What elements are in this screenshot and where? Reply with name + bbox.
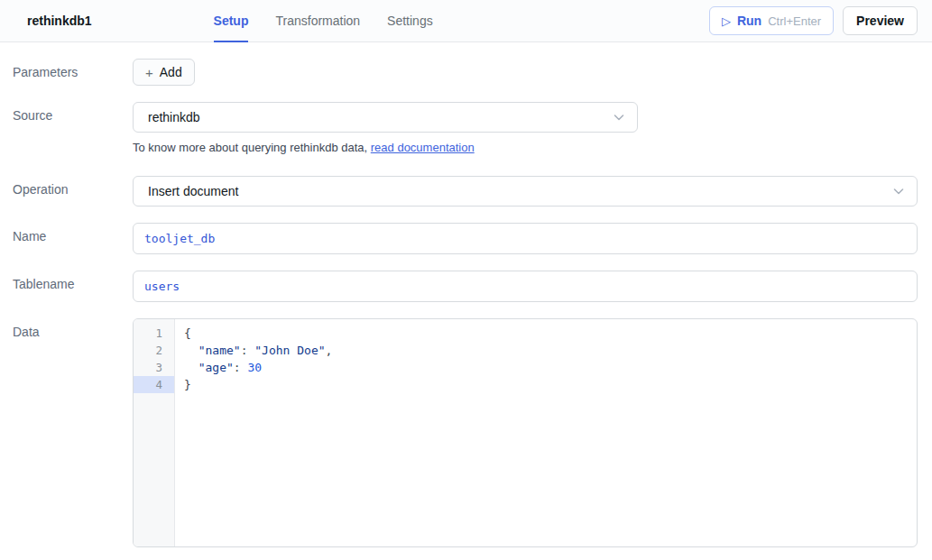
name-label: Name: [0, 223, 133, 254]
data-code-editor[interactable]: 1234 { "name": "John Doe", "age": 30}: [133, 318, 918, 547]
name-input[interactable]: [133, 223, 918, 254]
run-button[interactable]: ▷ Run Ctrl+Enter: [709, 6, 834, 35]
tab-setup[interactable]: Setup: [214, 0, 249, 42]
code-token-punct: :: [234, 361, 248, 374]
chevron-down-icon: [612, 110, 626, 124]
source-label: Source: [0, 102, 133, 154]
tablename-label: Tablename: [0, 271, 133, 302]
source-helper-text: To know more about querying rethinkdb da…: [133, 141, 918, 154]
read-documentation-link[interactable]: read documentation: [371, 141, 475, 154]
parameters-label: Parameters: [0, 59, 133, 86]
header-actions: ▷ Run Ctrl+Enter Preview: [709, 6, 918, 35]
code-line[interactable]: "age": 30: [184, 359, 908, 376]
plus-icon: +: [145, 66, 153, 79]
code-token-brace: }: [184, 378, 191, 391]
code-token-brace: {: [184, 326, 191, 340]
operation-select[interactable]: Insert document: [133, 176, 918, 207]
query-title: rethinkdb1: [27, 14, 92, 28]
code-token-number: 30: [247, 361, 262, 374]
preview-button[interactable]: Preview: [843, 6, 918, 35]
code-token-punct: ,: [326, 344, 333, 357]
line-number: 1: [134, 325, 174, 342]
tablename-row: Tablename: [0, 271, 918, 302]
tab-transformation[interactable]: Transformation: [275, 0, 360, 42]
code-line[interactable]: "name": "John Doe",: [184, 342, 908, 359]
query-editor-header: rethinkdb1 Setup Transformation Settings…: [0, 0, 932, 42]
line-number: 3: [134, 359, 174, 376]
tab-bar: Setup Transformation Settings: [214, 0, 433, 42]
source-row: Source rethinkdb To know more about quer…: [0, 102, 918, 154]
line-number: 2: [134, 342, 174, 359]
helper-prefix: To know more about querying rethinkdb da…: [133, 141, 371, 154]
line-number: 4: [134, 376, 174, 393]
code-token-key: "name": [184, 344, 241, 357]
source-select-value: rethinkdb: [148, 110, 612, 124]
query-setup-panel: Parameters + Add Source rethinkdb To kno…: [0, 42, 932, 547]
run-shortcut: Ctrl+Enter: [768, 14, 821, 28]
code-token-key: "age": [184, 361, 234, 374]
data-row: Data 1234 { "name": "John Doe", "age": 3…: [0, 318, 918, 547]
operation-label: Operation: [0, 176, 133, 207]
source-select[interactable]: rethinkdb: [133, 102, 638, 133]
code-gutter: 1234: [134, 319, 175, 546]
operation-select-value: Insert document: [148, 184, 891, 198]
code-token-string: "John Doe": [254, 344, 325, 357]
code-lines[interactable]: { "name": "John Doe", "age": 30}: [175, 319, 917, 546]
add-parameter-label: Add: [160, 65, 182, 79]
add-parameter-button[interactable]: + Add: [133, 59, 195, 86]
name-row: Name: [0, 223, 918, 254]
code-line[interactable]: {: [184, 325, 908, 342]
parameters-row: Parameters + Add: [0, 59, 918, 86]
tab-settings[interactable]: Settings: [387, 0, 433, 42]
play-icon: ▷: [722, 15, 731, 27]
tablename-input[interactable]: [133, 271, 918, 302]
operation-row: Operation Insert document: [0, 176, 918, 207]
chevron-down-icon: [891, 184, 906, 198]
run-label: Run: [737, 14, 761, 28]
code-token-punct: :: [241, 344, 255, 357]
data-label: Data: [0, 318, 133, 547]
code-line[interactable]: }: [184, 376, 908, 393]
